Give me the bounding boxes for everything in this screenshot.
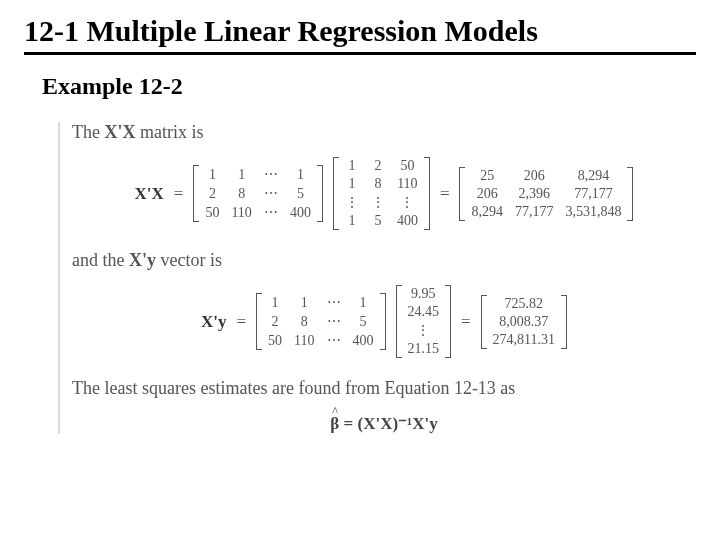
equation-beta: β = (X'X)⁻¹X'y — [72, 413, 696, 434]
text-least-squares: The least squares estimates are found fr… — [72, 378, 696, 399]
slide: 12-1 Multiple Linear Regression Models E… — [0, 0, 720, 448]
equals-3: = — [236, 312, 246, 332]
matrix-A2: 11⋯1 28⋯5 50110⋯400 — [256, 293, 385, 350]
text-xy-vector: and the X'y vector is — [72, 250, 696, 271]
equals-4: = — [461, 312, 471, 332]
beta-symbol: β — [330, 414, 339, 433]
t2b: X'y — [129, 250, 156, 270]
lhs-xx: X'X — [135, 184, 164, 204]
text-xx-matrix: The X'X matrix is — [72, 122, 696, 143]
matrix-B1: 1250 18110 ⋮⋮⋮ 15400 — [333, 157, 430, 230]
equals-2: = — [440, 184, 450, 204]
t1a: The — [72, 122, 104, 142]
equation-xy: X'y = 11⋯1 28⋯5 50110⋯400 9.95 24.45 ⋮ 2… — [72, 285, 696, 358]
lhs-xy: X'y — [201, 312, 227, 332]
matrix-A1: 11⋯1 28⋯5 50110⋯400 — [193, 165, 322, 222]
matrix-B2: 9.95 24.45 ⋮ 21.15 — [396, 285, 452, 358]
t2a: and the — [72, 250, 129, 270]
t1b: X'X — [104, 122, 135, 142]
matrix-R1: 252068,294 2062,39677,177 8,29477,1773,5… — [459, 167, 633, 221]
equals-1: = — [174, 184, 184, 204]
example-label: Example 12-2 — [42, 73, 696, 100]
equation-xx: X'X = 11⋯1 28⋯5 50110⋯400 1250 18110 ⋮⋮⋮… — [72, 157, 696, 230]
content-body: The X'X matrix is X'X = 11⋯1 28⋯5 50110⋯… — [58, 122, 696, 434]
t1c: matrix is — [135, 122, 203, 142]
matrix-R2: 725.82 8,008.37 274,811.31 — [481, 295, 567, 349]
beta-rhs: = (X'X)⁻¹X'y — [339, 414, 437, 433]
t2c: vector is — [156, 250, 222, 270]
section-title: 12-1 Multiple Linear Regression Models — [24, 14, 696, 55]
